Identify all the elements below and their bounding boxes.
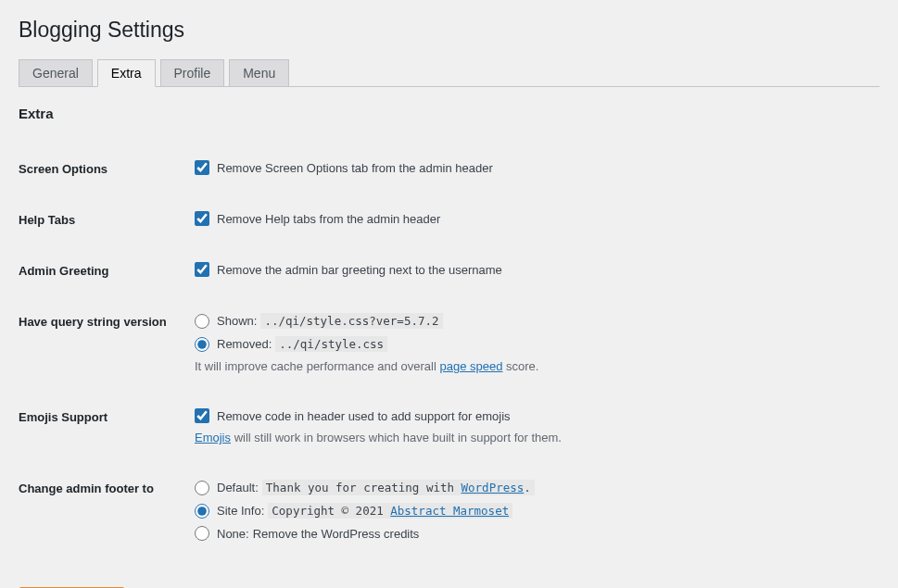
query-string-shown-code: ../qi/style.css?ver=5.7.2 bbox=[260, 313, 442, 329]
query-string-desc-before: It will improve cache performance and ov… bbox=[195, 359, 439, 373]
row-screen-options: Screen Options Remove Screen Options tab… bbox=[19, 144, 879, 194]
help-tabs-checkbox[interactable] bbox=[195, 211, 209, 226]
query-string-desc-after: score. bbox=[502, 359, 538, 373]
row-heading-admin-greeting: Admin Greeting bbox=[19, 245, 195, 296]
page-speed-link[interactable]: page speed bbox=[439, 359, 502, 373]
emojis-link[interactable]: Emojis bbox=[195, 431, 231, 444]
footer-siteinfo-label: Site Info: bbox=[217, 504, 264, 518]
footer-siteinfo-code: Copyright © 2021 Abstract Marmoset bbox=[268, 503, 512, 519]
emojis-label: Remove code in header used to add suppor… bbox=[217, 409, 511, 423]
tab-menu[interactable]: Menu bbox=[229, 59, 289, 87]
query-string-shown-radio[interactable] bbox=[195, 314, 209, 329]
footer-none-label: None: bbox=[217, 527, 249, 541]
emojis-desc-after: will still work in browsers which have b… bbox=[231, 431, 562, 444]
emojis-desc: Emojis will still work in browsers which… bbox=[195, 431, 870, 444]
row-admin-greeting: Admin Greeting Remove the admin bar gree… bbox=[19, 245, 879, 296]
admin-greeting-checkbox[interactable] bbox=[195, 262, 209, 277]
abstract-marmoset-link[interactable]: Abstract Marmoset bbox=[390, 504, 509, 518]
row-heading-emojis: Emojis Support bbox=[19, 392, 195, 463]
footer-none-radio[interactable] bbox=[195, 526, 209, 541]
query-string-shown-option[interactable]: Shown: ../qi/style.css?ver=5.7.2 bbox=[195, 313, 870, 329]
tab-profile[interactable]: Profile bbox=[160, 59, 225, 87]
emojis-checkbox[interactable] bbox=[195, 408, 209, 423]
query-string-removed-label: Removed: bbox=[217, 337, 272, 351]
footer-default-radio[interactable] bbox=[195, 481, 209, 495]
emojis-option[interactable]: Remove code in header used to add suppor… bbox=[195, 408, 870, 423]
footer-siteinfo-option[interactable]: Site Info: Copyright © 2021 Abstract Mar… bbox=[195, 503, 870, 519]
footer-siteinfo-radio[interactable] bbox=[195, 504, 209, 519]
row-heading-help-tabs: Help Tabs bbox=[19, 194, 195, 245]
admin-greeting-label: Remove the admin bar greeting next to th… bbox=[217, 263, 502, 277]
page-title: Blogging Settings bbox=[19, 9, 879, 46]
query-string-removed-option[interactable]: Removed: ../qi/style.css bbox=[195, 336, 870, 352]
footer-none-text: Remove the WordPress credits bbox=[253, 527, 420, 541]
tab-extra[interactable]: Extra bbox=[97, 59, 156, 87]
admin-greeting-option[interactable]: Remove the admin bar greeting next to th… bbox=[195, 262, 870, 277]
screen-options-label: Remove Screen Options tab from the admin… bbox=[217, 161, 493, 175]
row-help-tabs: Help Tabs Remove Help tabs from the admi… bbox=[19, 194, 879, 245]
section-heading: Extra bbox=[19, 106, 879, 121]
row-emojis: Emojis Support Remove code in header use… bbox=[19, 392, 879, 463]
help-tabs-option[interactable]: Remove Help tabs from the admin header bbox=[195, 211, 870, 226]
footer-default-option[interactable]: Default: Thank you for creating with Wor… bbox=[195, 480, 870, 495]
row-footer: Change admin footer to Default: Thank yo… bbox=[19, 463, 879, 559]
query-string-shown-label: Shown: bbox=[217, 314, 257, 328]
query-string-desc: It will improve cache performance and ov… bbox=[195, 359, 870, 373]
row-heading-footer: Change admin footer to bbox=[19, 463, 195, 559]
screen-options-option[interactable]: Remove Screen Options tab from the admin… bbox=[195, 160, 870, 175]
settings-form-table: Screen Options Remove Screen Options tab… bbox=[19, 144, 879, 559]
query-string-removed-code: ../qi/style.css bbox=[275, 336, 387, 352]
footer-default-label: Default: bbox=[217, 481, 259, 494]
row-heading-screen-options: Screen Options bbox=[19, 144, 195, 194]
wordpress-link[interactable]: WordPress bbox=[462, 481, 525, 494]
row-heading-query-string: Have query string version bbox=[19, 296, 195, 392]
query-string-removed-radio[interactable] bbox=[195, 337, 209, 352]
screen-options-checkbox[interactable] bbox=[195, 160, 209, 175]
row-query-string: Have query string version Shown: ../qi/s… bbox=[19, 296, 879, 392]
footer-none-option[interactable]: None: Remove the WordPress credits bbox=[195, 526, 870, 541]
help-tabs-label: Remove Help tabs from the admin header bbox=[217, 212, 440, 226]
tab-general[interactable]: General bbox=[19, 59, 93, 87]
footer-default-code: Thank you for creating with WordPress. bbox=[262, 480, 535, 495]
nav-tabs: General Extra Profile Menu bbox=[19, 59, 879, 87]
